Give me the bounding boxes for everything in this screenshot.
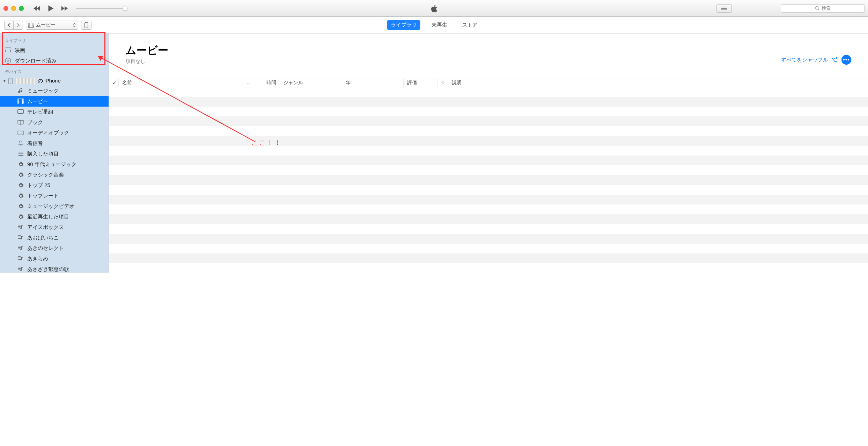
- sidebar-item-label: あおばいちこ: [27, 235, 59, 241]
- sidebar-device-item[interactable]: テレビ番組: [0, 107, 109, 117]
- table-row: [109, 234, 868, 244]
- column-header[interactable]: 名前︿: [119, 79, 254, 87]
- sidebar-device-item[interactable]: トップ 25: [0, 180, 109, 190]
- sidebar-device-item[interactable]: あおばいちこ: [0, 232, 109, 243]
- sidebar-library-downloaded[interactable]: ダウンロード済み: [0, 56, 109, 66]
- device-button[interactable]: [81, 21, 91, 30]
- table-row: [109, 87, 868, 97]
- film-icon: [28, 23, 34, 28]
- sidebar-item-label: ダウンロード済み: [15, 58, 57, 64]
- main-content: ムービー 項目なし すべてをシャッフル ••• ✓名前︿時間ジャンル年評価説明: [109, 34, 868, 273]
- sidebar-item-label: 最近再生した項目: [27, 214, 69, 220]
- sidebar-section-devices: デバイス: [0, 66, 109, 76]
- sidebar-device-item[interactable]: 着信音: [0, 138, 109, 149]
- sub-toolbar: ムービー ライブラリ 未再生 ストア: [0, 17, 868, 34]
- sidebar-item-label: あさざき郁恵の歌: [27, 266, 69, 273]
- sidebar-device-item[interactable]: 購入した項目: [0, 149, 109, 159]
- close-window-button[interactable]: [3, 6, 8, 11]
- sidebar-device-item[interactable]: あさざき郁恵の歌: [0, 264, 109, 273]
- media-type-selector[interactable]: ムービー: [26, 21, 78, 30]
- window-controls: [3, 6, 24, 11]
- more-options-button[interactable]: •••: [841, 55, 851, 65]
- table-row: [109, 126, 868, 136]
- search-input[interactable]: 検索: [781, 4, 865, 13]
- playlist-icon: [17, 256, 24, 262]
- column-header[interactable]: [438, 79, 448, 87]
- previous-track-button[interactable]: [33, 5, 41, 12]
- view-tabs: ライブラリ 未再生 ストア: [387, 20, 481, 30]
- sidebar-device-item[interactable]: トップレート: [0, 190, 109, 201]
- svg-point-42: [18, 155, 19, 156]
- playlist-icon: [17, 266, 24, 272]
- forward-button[interactable]: [14, 21, 23, 29]
- search-icon: [815, 6, 819, 10]
- table-row: [109, 244, 868, 253]
- shuffle-all-link[interactable]: すべてをシャッフル: [781, 57, 837, 63]
- column-header[interactable]: 時間: [254, 79, 280, 87]
- tab-library[interactable]: ライブラリ: [387, 20, 420, 30]
- column-header[interactable]: ジャンル: [280, 79, 342, 87]
- sidebar-device-item[interactable]: ブック: [0, 117, 109, 128]
- bell-icon: [17, 140, 24, 146]
- apple-logo-icon: [429, 4, 439, 13]
- sidebar: ライブラリ 映画 ダウンロード済み デバイス ▼ の iPhone ミュージック…: [0, 34, 109, 273]
- gear-icon: [17, 214, 24, 220]
- page-subtitle: 項目なし: [126, 58, 168, 65]
- next-track-button[interactable]: [61, 5, 68, 12]
- sidebar-device-row[interactable]: ▼ の iPhone: [0, 76, 109, 86]
- back-button[interactable]: [5, 21, 14, 29]
- playlist-icon: [17, 224, 24, 230]
- audiobook-icon: [17, 130, 24, 136]
- column-header[interactable]: 評価: [404, 79, 438, 87]
- svg-rect-6: [29, 23, 33, 28]
- playlist-icon: [17, 245, 24, 251]
- maximize-window-button[interactable]: [19, 6, 24, 11]
- gear-icon: [17, 203, 24, 209]
- sidebar-item-label: トップレート: [27, 193, 59, 199]
- volume-slider[interactable]: [76, 8, 125, 9]
- sidebar-device-item[interactable]: クラシック音楽: [0, 170, 109, 180]
- sidebar-device-item[interactable]: ムービー: [0, 96, 109, 107]
- music-note-icon: [17, 88, 24, 94]
- shuffle-icon: [830, 57, 837, 63]
- list-icon: [17, 151, 24, 157]
- table-row: [109, 146, 868, 156]
- sidebar-item-label: ミュージック: [27, 88, 59, 94]
- tab-store[interactable]: ストア: [458, 20, 481, 30]
- sidebar-item-label: オーディオブック: [27, 130, 69, 136]
- sidebar-item-label: ムービー: [27, 98, 48, 105]
- gear-icon: [17, 161, 24, 167]
- sidebar-device-item[interactable]: オーディオブック: [0, 128, 109, 138]
- up-next-button[interactable]: [716, 4, 732, 13]
- download-icon: [5, 58, 11, 64]
- disclosure-triangle-icon[interactable]: ▼: [3, 79, 6, 83]
- sidebar-device-item[interactable]: ミュージックビデオ: [0, 201, 109, 211]
- sidebar-device-item[interactable]: あきらめ: [0, 253, 109, 264]
- table-row: [109, 136, 868, 146]
- sidebar-device-item[interactable]: 最近再生した項目: [0, 211, 109, 222]
- play-button[interactable]: [46, 4, 55, 13]
- sidebar-device-item[interactable]: あきのセレクト: [0, 243, 109, 253]
- column-header[interactable]: ✓: [109, 79, 119, 87]
- column-header[interactable]: 説明: [448, 79, 518, 87]
- column-header[interactable]: 年: [342, 79, 404, 87]
- sidebar-device-item[interactable]: 90 年代ミュージック: [0, 159, 109, 170]
- sidebar-item-label: テレビ番組: [27, 109, 53, 115]
- svg-point-40: [18, 152, 19, 152]
- svg-rect-35: [18, 110, 24, 114]
- table-row: [109, 185, 868, 195]
- table-row: [109, 204, 868, 214]
- sidebar-device-item[interactable]: アイスボックス: [0, 222, 109, 232]
- tab-unplayed[interactable]: 未再生: [428, 20, 451, 30]
- film-icon: [5, 47, 11, 53]
- sidebar-device-item[interactable]: ミュージック: [0, 86, 109, 96]
- player-toolbar: 検索: [0, 0, 868, 17]
- gear-icon: [17, 182, 24, 188]
- sidebar-item-label: ミュージックビデオ: [27, 203, 74, 210]
- svg-point-15: [86, 27, 87, 27]
- table-row: [109, 165, 868, 175]
- sidebar-library-movies[interactable]: 映画: [0, 45, 109, 56]
- device-name-redacted: [15, 78, 35, 84]
- minimize-window-button[interactable]: [11, 6, 16, 11]
- table-row: [109, 253, 868, 263]
